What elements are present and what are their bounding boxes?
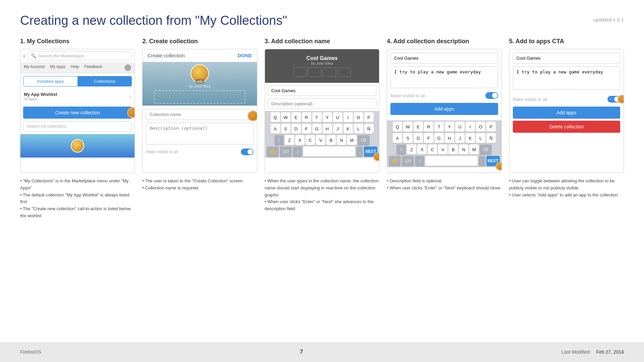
nav-my-account[interactable]: My Account: [24, 64, 45, 71]
k4-C[interactable]: C: [428, 144, 437, 155]
tab-installed-apps[interactable]: Installed apps: [23, 76, 77, 86]
search-box[interactable]: 🔍 Search the Marketplace: [27, 51, 132, 60]
k4-N-tilde[interactable]: Ñ: [486, 133, 496, 143]
search-collections-input[interactable]: Search my collections: [23, 121, 132, 131]
step-4-notes: • Description field is optional • When u…: [387, 178, 501, 192]
s5-visible-toggle[interactable]: ✓: [607, 96, 620, 103]
key-next[interactable]: NEXT: [364, 146, 377, 157]
s5-delete-button[interactable]: Delete collection: [513, 121, 620, 133]
key-H[interactable]: H: [323, 124, 332, 134]
create-new-collection-button[interactable]: Create new collection: [23, 107, 132, 119]
key-X[interactable]: X: [295, 135, 305, 145]
key-P[interactable]: P: [364, 112, 374, 122]
k4-K[interactable]: K: [466, 133, 475, 143]
s3-name-input[interactable]: [268, 85, 376, 96]
k4-Z[interactable]: Z: [407, 144, 416, 155]
key-123[interactable]: 123: [280, 146, 292, 157]
key-E[interactable]: E: [291, 112, 301, 122]
key-U[interactable]: U: [333, 112, 342, 122]
k4-T[interactable]: T: [434, 122, 444, 132]
k4-D[interactable]: D: [414, 133, 423, 143]
key-V[interactable]: V: [316, 135, 325, 145]
k4-Q[interactable]: Q: [393, 122, 402, 132]
done-button[interactable]: DONE: [237, 53, 252, 58]
k4-I[interactable]: I: [466, 122, 475, 132]
k4-A[interactable]: A: [393, 133, 402, 143]
visible-toggle[interactable]: [241, 148, 254, 155]
k4-B[interactable]: B: [448, 144, 458, 155]
s5-name-input[interactable]: [513, 53, 620, 64]
nav-help[interactable]: Help: [71, 64, 79, 71]
collection-name-input[interactable]: [146, 109, 253, 120]
key-Y[interactable]: Y: [323, 112, 332, 122]
k4-N[interactable]: N: [459, 144, 468, 155]
description-input[interactable]: [146, 123, 253, 144]
key-R[interactable]: R: [302, 112, 311, 122]
key-G[interactable]: G: [312, 124, 322, 134]
s5-desc-textarea[interactable]: [513, 66, 620, 90]
add-apps-button[interactable]: Add apps: [390, 103, 498, 115]
key-A[interactable]: A: [271, 124, 280, 134]
k4-delete[interactable]: ⌫: [480, 144, 492, 155]
key-K[interactable]: K: [343, 124, 353, 134]
key-S[interactable]: S: [281, 124, 290, 134]
k4-shift[interactable]: ⇧: [396, 144, 406, 155]
nav-my-apps[interactable]: My Apps: [50, 64, 65, 71]
key-Q[interactable]: Q: [271, 112, 280, 122]
back-button[interactable]: ‹: [23, 52, 25, 59]
k4-emoji[interactable]: 🙂: [389, 156, 401, 166]
key-space[interactable]: [303, 146, 355, 157]
k4-O[interactable]: O: [476, 122, 485, 132]
key-O[interactable]: O: [354, 112, 363, 122]
k4-W[interactable]: W: [403, 122, 413, 132]
key-N[interactable]: N: [337, 135, 346, 145]
s4-form: Make visible to all Add apps: [387, 49, 501, 118]
key-emoji[interactable]: 🙂: [267, 146, 279, 157]
k4-S[interactable]: S: [403, 133, 413, 143]
k4-X[interactable]: X: [417, 144, 427, 155]
s3-desc-input[interactable]: [268, 99, 376, 109]
k4-space[interactable]: [425, 156, 477, 166]
k4-V[interactable]: V: [438, 144, 447, 155]
key-F[interactable]: F: [302, 124, 311, 134]
key-L[interactable]: L: [354, 124, 363, 134]
delete-key[interactable]: ⌫: [358, 135, 370, 145]
k4-H[interactable]: H: [445, 133, 454, 143]
wishlist-row[interactable]: My App Wishlist 32 apps ›: [20, 89, 135, 104]
k4-M[interactable]: M: [469, 144, 479, 155]
k4-P[interactable]: P: [486, 122, 496, 132]
key-C[interactable]: C: [306, 135, 315, 145]
k4-F[interactable]: F: [424, 133, 433, 143]
key-D[interactable]: D: [291, 124, 301, 134]
k4-R[interactable]: R: [424, 122, 433, 132]
s4-name-input[interactable]: [390, 53, 498, 64]
k4-G[interactable]: G: [434, 133, 444, 143]
key-J[interactable]: J: [333, 124, 342, 134]
key-shift[interactable]: ⇧: [274, 135, 284, 145]
s5-add-apps-button[interactable]: Add apps: [513, 107, 620, 119]
s4-desc-textarea[interactable]: [390, 66, 498, 88]
k4-123[interactable]: 123: [402, 156, 414, 166]
search-placeholder: Search the Marketplace: [38, 53, 84, 58]
key-period[interactable]: .: [356, 146, 363, 157]
s4-visible-toggle[interactable]: [485, 92, 498, 99]
key-Z[interactable]: Z: [285, 135, 294, 145]
key-I[interactable]: I: [343, 112, 353, 122]
k4-J[interactable]: J: [455, 133, 465, 143]
key-B[interactable]: B: [326, 135, 336, 145]
k4-smile[interactable]: ;): [415, 156, 424, 166]
s3-dashed-row: [293, 67, 351, 77]
k4-Y[interactable]: Y: [445, 122, 454, 132]
k4-L[interactable]: L: [476, 133, 485, 143]
k4-period[interactable]: .: [479, 156, 485, 166]
k4-U[interactable]: U: [455, 122, 465, 132]
nav-feedback[interactable]: Feedback: [85, 64, 102, 71]
key-M[interactable]: M: [347, 135, 357, 145]
key-W[interactable]: W: [281, 112, 290, 122]
k4-E[interactable]: E: [414, 122, 423, 132]
key-smile[interactable]: ;): [293, 146, 302, 157]
key-N-tilde[interactable]: Ñ: [364, 124, 374, 134]
tab-collections[interactable]: Collections: [77, 76, 131, 86]
k4-next[interactable]: NEXT: [486, 156, 500, 166]
key-T[interactable]: T: [312, 112, 322, 122]
